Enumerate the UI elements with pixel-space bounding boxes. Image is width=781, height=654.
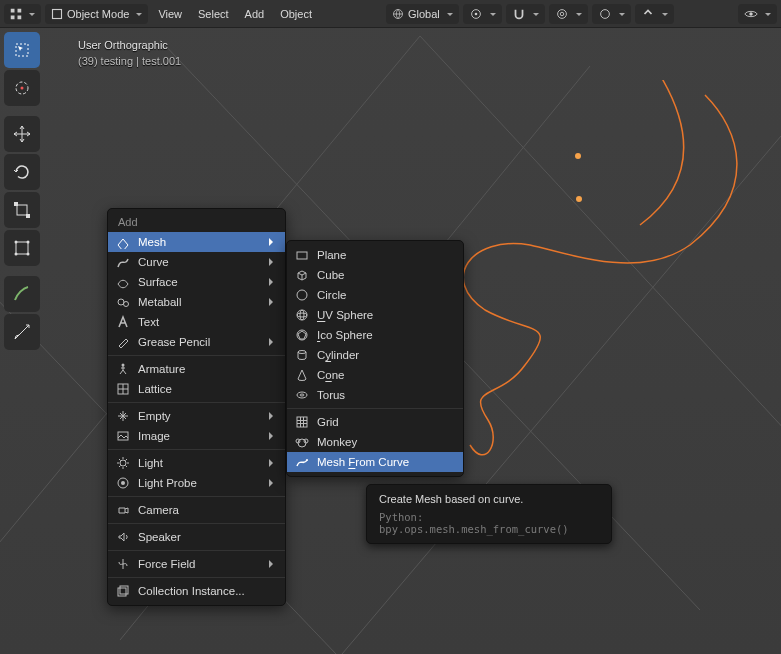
menu-separator xyxy=(108,496,285,497)
tooltip-line1: Create Mesh based on curve. xyxy=(379,493,599,505)
add-menu-item-text[interactable]: Text xyxy=(108,312,285,332)
svg-rect-22 xyxy=(17,205,27,215)
add-menu-item-armature[interactable]: Armature xyxy=(108,359,285,379)
tooltip-line2: Python: bpy.ops.mesh.mesh_from_curve() xyxy=(379,511,599,535)
plane-icon xyxy=(295,248,309,262)
shading-options[interactable] xyxy=(635,4,674,24)
light-icon xyxy=(116,456,130,470)
view-visibility-dropdown[interactable] xyxy=(738,4,777,24)
curve-object[interactable] xyxy=(430,80,770,480)
submenu-arrow-icon xyxy=(269,338,277,346)
menu-select[interactable]: Select xyxy=(192,8,235,20)
add-menu-item-force-field[interactable]: Force Field xyxy=(108,554,285,574)
add-menu-item-light-probe[interactable]: Light Probe xyxy=(108,473,285,493)
orientation-selector[interactable]: Global xyxy=(386,4,459,24)
editor-type-dropdown[interactable] xyxy=(4,4,41,24)
cube-icon xyxy=(295,268,309,282)
tool-scale[interactable] xyxy=(4,192,40,228)
overlay-options[interactable] xyxy=(592,4,631,24)
tool-sidebar xyxy=(0,28,44,354)
add-menu-item-speaker[interactable]: Speaker xyxy=(108,527,285,547)
mesh-menu-item-uv-sphere[interactable]: UV Sphere xyxy=(287,305,463,325)
add-menu[interactable]: Add MeshCurveSurfaceMetaballTextGrease P… xyxy=(107,208,286,606)
menu-object[interactable]: Object xyxy=(274,8,318,20)
monkey-icon xyxy=(295,435,309,449)
text-icon xyxy=(116,315,130,329)
add-menu-item-curve[interactable]: Curve xyxy=(108,252,285,272)
mesh-menu-item-grid[interactable]: Grid xyxy=(287,412,463,432)
tool-annotate[interactable] xyxy=(4,276,40,312)
add-menu-item-light[interactable]: Light xyxy=(108,453,285,473)
menu-view[interactable]: View xyxy=(152,8,188,20)
submenu-arrow-icon xyxy=(269,258,277,266)
mesh-menu-item-torus[interactable]: Torus xyxy=(287,385,463,405)
menu-item-label: Surface xyxy=(138,276,261,288)
add-menu-item-grease-pencil[interactable]: Grease Pencil xyxy=(108,332,285,352)
svg-point-26 xyxy=(15,241,18,244)
svg-rect-24 xyxy=(26,214,30,218)
add-menu-item-image[interactable]: Image xyxy=(108,426,285,446)
tool-cursor[interactable] xyxy=(4,70,40,106)
add-menu-item-camera[interactable]: Camera xyxy=(108,500,285,520)
pivot-dropdown[interactable] xyxy=(463,4,502,24)
curve-icon xyxy=(116,255,130,269)
mesh-menu-item-ico-sphere[interactable]: Ico Sphere xyxy=(287,325,463,345)
add-menu-item-metaball[interactable]: Metaball xyxy=(108,292,285,312)
tool-transform[interactable] xyxy=(4,230,40,266)
proportional-dropdown[interactable] xyxy=(549,4,588,24)
mesh-menu-item-cone[interactable]: Cone xyxy=(287,365,463,385)
add-menu-item-lattice[interactable]: Lattice xyxy=(108,379,285,399)
uvsphere-icon xyxy=(295,308,309,322)
torus-icon xyxy=(295,388,309,402)
menu-separator xyxy=(108,449,285,450)
menu-item-label: Lattice xyxy=(138,383,277,395)
forcefield-icon xyxy=(116,557,130,571)
menu-item-label: Ico Sphere xyxy=(317,329,455,341)
lightprobe-icon xyxy=(116,476,130,490)
curve-point[interactable] xyxy=(576,196,582,202)
icosphere-icon xyxy=(295,328,309,342)
mesh-menu-item-mesh-from-curve[interactable]: Mesh From Curve xyxy=(287,452,463,472)
curve-point[interactable] xyxy=(575,153,581,159)
mode-selector[interactable]: Object Mode xyxy=(45,4,148,24)
menu-separator xyxy=(108,402,285,403)
submenu-arrow-icon xyxy=(269,278,277,286)
add-menu-title: Add xyxy=(108,213,285,232)
menu-item-label: Light Probe xyxy=(138,477,261,489)
menu-item-label: UV Sphere xyxy=(317,309,455,321)
svg-rect-23 xyxy=(14,202,18,206)
tool-select-box[interactable] xyxy=(4,32,40,68)
menu-item-label: Speaker xyxy=(138,531,277,543)
mesh-menu-item-plane[interactable]: Plane xyxy=(287,245,463,265)
global-icon xyxy=(392,8,404,20)
tool-move[interactable] xyxy=(4,116,40,152)
submenu-arrow-icon xyxy=(269,560,277,568)
tool-measure[interactable] xyxy=(4,314,40,350)
menu-separator xyxy=(108,355,285,356)
menu-item-label: Circle xyxy=(317,289,455,301)
menu-item-label: Cone xyxy=(317,369,455,381)
add-menu-item-mesh[interactable]: Mesh xyxy=(108,232,285,252)
svg-point-48 xyxy=(300,394,304,396)
menu-item-label: Metaball xyxy=(138,296,261,308)
add-menu-item-surface[interactable]: Surface xyxy=(108,272,285,292)
mesh-submenu[interactable]: PlaneCubeCircleUV SphereIco SphereCylind… xyxy=(286,240,464,477)
tool-rotate[interactable] xyxy=(4,154,40,190)
add-menu-item-collection-instance-[interactable]: Collection Instance... xyxy=(108,581,285,601)
svg-point-17 xyxy=(600,9,609,18)
mesh-menu-item-cylinder[interactable]: Cylinder xyxy=(287,345,463,365)
viewport-info-line1: User Orthographic xyxy=(78,39,168,51)
svg-point-14 xyxy=(474,12,477,15)
tooltip: Create Mesh based on curve. Python: bpy.… xyxy=(366,484,612,544)
menu-add[interactable]: Add xyxy=(239,8,271,20)
snap-dropdown[interactable] xyxy=(506,4,545,24)
menu-separator xyxy=(287,408,463,409)
mesh-menu-item-circle[interactable]: Circle xyxy=(287,285,463,305)
add-menu-item-empty[interactable]: Empty xyxy=(108,406,285,426)
mesh-icon xyxy=(116,235,130,249)
svg-rect-39 xyxy=(120,586,128,594)
lattice-icon xyxy=(116,382,130,396)
mesh-menu-item-monkey[interactable]: Monkey xyxy=(287,432,463,452)
chevron-icon xyxy=(641,7,655,21)
mesh-menu-item-cube[interactable]: Cube xyxy=(287,265,463,285)
